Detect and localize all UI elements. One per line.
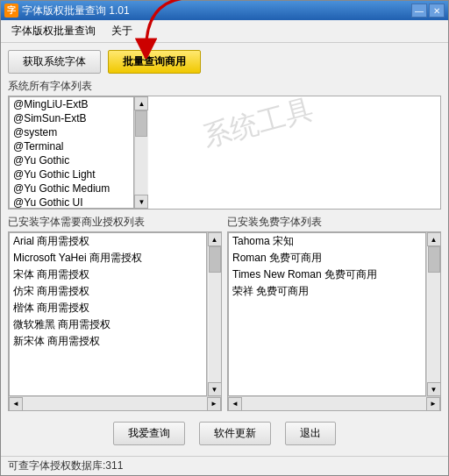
title-bar: 字 字体版权批量查询 1.01 — ✕: [1, 1, 448, 20]
get-fonts-button[interactable]: 获取系统字体: [8, 50, 101, 74]
free-list-vscroll[interactable]: ▲ ▼: [426, 232, 440, 396]
menu-item-about[interactable]: 关于: [104, 22, 139, 40]
app-icon: 字: [4, 4, 18, 18]
toolbar: 获取系统字体 批量查询商用: [8, 50, 441, 74]
paid-list-item[interactable]: Microsoft YaHei 商用需授权: [10, 250, 206, 266]
font-list-section: 系统所有字体列表 @MingLiU-ExtB@SimSun-ExtB@syste…: [8, 79, 441, 210]
minimize-button[interactable]: —: [411, 4, 427, 18]
free-list-item[interactable]: 荣祥 免费可商用: [229, 283, 425, 300]
free-hscroll-track: [242, 398, 426, 410]
vscroll-thumb[interactable]: [135, 110, 147, 137]
font-list-label: 系统所有字体列表: [8, 79, 441, 94]
free-vscroll-track: [428, 246, 440, 382]
font-list-item[interactable]: @Yu Gothic UI: [10, 195, 133, 209]
paid-list-container: Arial 商用需授权Microsoft YaHei 商用需授权宋体 商用需授权…: [8, 231, 222, 411]
font-list-item[interactable]: @Yu Gothic Light: [10, 167, 133, 181]
font-list-item[interactable]: @MingLiU-ExtB: [10, 97, 133, 111]
free-vscroll-thumb[interactable]: [428, 246, 440, 273]
paid-list-vscroll[interactable]: ▲ ▼: [207, 232, 221, 396]
free-list-item[interactable]: Tahoma 宋知: [229, 233, 425, 250]
free-list-label: 已安装免费字体列表: [227, 215, 441, 230]
paid-list-item[interactable]: 仿宋 商用需授权: [10, 283, 206, 300]
content-area: 获取系统字体 批量查询商用 系统所有字体列表: [1, 43, 448, 456]
paid-list-panel: 已安装字体需要商业授权列表 Arial 商用需授权Microsoft YaHei…: [8, 215, 222, 411]
paid-list-item[interactable]: 新宋体 商用需授权: [10, 333, 206, 350]
paid-vscroll-thumb[interactable]: [209, 246, 221, 273]
batch-query-button[interactable]: 批量查询商用: [108, 50, 201, 74]
free-vscroll-down[interactable]: ▼: [427, 382, 441, 396]
query-button[interactable]: 我爱查询: [113, 422, 185, 445]
paid-list-hscroll[interactable]: ◄ ►: [9, 396, 221, 410]
menu-bar: 字体版权批量查询 关于: [1, 20, 448, 43]
free-list-container: Tahoma 宋知Roman 免费可商用Times New Roman 免费可商…: [227, 231, 441, 411]
close-button[interactable]: ✕: [429, 4, 445, 18]
paid-hscroll-left[interactable]: ◄: [9, 397, 23, 411]
paid-list-item[interactable]: Arial 商用需授权: [10, 233, 206, 250]
exit-button[interactable]: 退出: [285, 422, 336, 445]
paid-list-label: 已安装字体需要商业授权列表: [8, 215, 222, 230]
bottom-lists: 已安装字体需要商业授权列表 Arial 商用需授权Microsoft YaHei…: [8, 215, 441, 411]
font-list-item[interactable]: @Terminal: [10, 139, 133, 153]
vscroll-up-btn[interactable]: ▲: [134, 96, 148, 110]
free-list-item[interactable]: Roman 免费可商用: [229, 250, 425, 266]
vscroll-down-btn[interactable]: ▼: [134, 195, 148, 209]
free-list-hscroll[interactable]: ◄ ►: [228, 396, 440, 410]
paid-vscroll-track: [209, 246, 221, 382]
paid-listbox[interactable]: Arial 商用需授权Microsoft YaHei 商用需授权宋体 商用需授权…: [9, 232, 207, 396]
footer-buttons: 我爱查询 软件更新 退出: [8, 416, 441, 449]
menu-item-font-rights[interactable]: 字体版权批量查询: [4, 22, 103, 40]
font-listbox[interactable]: @MingLiU-ExtB@SimSun-ExtB@system@Termina…: [9, 96, 134, 209]
free-listbox[interactable]: Tahoma 宋知Roman 免费可商用Times New Roman 免费可商…: [228, 232, 426, 396]
window-controls: — ✕: [411, 4, 445, 18]
paid-hscroll-track: [23, 398, 207, 410]
status-bar: 可查字体授权数据库:311: [1, 456, 448, 475]
paid-vscroll-down[interactable]: ▼: [208, 382, 222, 396]
font-list-item[interactable]: @system: [10, 125, 133, 139]
paid-list-item[interactable]: 宋体 商用需授权: [10, 266, 206, 283]
paid-vscroll-up[interactable]: ▲: [208, 232, 222, 246]
paid-list-item[interactable]: 楷体 商用需授权: [10, 300, 206, 316]
font-list-item[interactable]: @Yu Gothic Medium: [10, 181, 133, 195]
free-hscroll-right[interactable]: ►: [426, 397, 440, 411]
free-hscroll-left[interactable]: ◄: [228, 397, 242, 411]
status-text: 可查字体授权数据库:311: [8, 459, 123, 472]
window-title: 字体版权批量查询 1.01: [22, 4, 411, 18]
paid-list-item[interactable]: 微软雅黑 商用需授权: [10, 316, 206, 333]
main-window: 字 字体版权批量查询 1.01 — ✕ 字体版权批量查询 关于 获取系统字体 批…: [0, 0, 449, 476]
free-list-panel: 已安装免费字体列表 Tahoma 宋知Roman 免费可商用Times New …: [227, 215, 441, 411]
font-list-item[interactable]: @Yu Gothic: [10, 153, 133, 167]
font-list-item[interactable]: @SimSun-ExtB: [10, 111, 133, 125]
font-list-panel: @MingLiU-ExtB@SimSun-ExtB@system@Termina…: [8, 96, 441, 210]
paid-hscroll-right[interactable]: ►: [207, 397, 221, 411]
update-button[interactable]: 软件更新: [199, 422, 271, 445]
font-list-vscroll[interactable]: ▲ ▼: [134, 96, 148, 209]
vscroll-track: [135, 110, 147, 195]
free-vscroll-up[interactable]: ▲: [427, 232, 441, 246]
free-list-item[interactable]: Times New Roman 免费可商用: [229, 266, 425, 283]
